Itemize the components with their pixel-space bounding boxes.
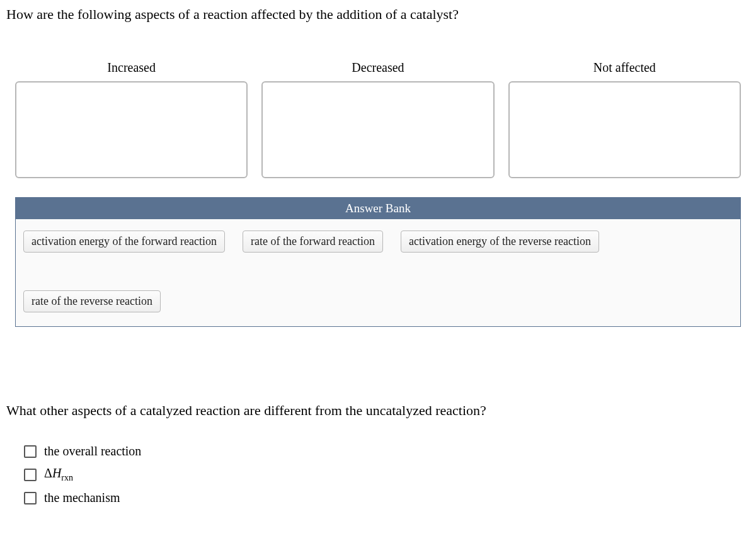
option-mechanism[interactable]: the mechanism (24, 491, 750, 505)
option-delta-h[interactable]: ΔHrxn (24, 466, 750, 483)
h-symbol: H (52, 466, 61, 480)
delta-symbol: Δ (44, 466, 52, 480)
category-row: Increased Decreased Not affected (15, 60, 741, 178)
option-label: the overall reaction (44, 444, 141, 458)
option-label: the mechanism (44, 491, 120, 505)
category-label-increased: Increased (107, 60, 156, 75)
checkbox-icon[interactable] (24, 469, 37, 481)
category-decreased: Decreased (261, 60, 494, 178)
dropzone-not-affected[interactable] (508, 81, 741, 178)
chip-rate-reverse[interactable]: rate of the reverse reaction (23, 290, 161, 312)
category-increased: Increased (15, 60, 248, 178)
dropzone-decreased[interactable] (261, 81, 494, 178)
category-not-affected: Not affected (508, 60, 741, 178)
checkbox-icon[interactable] (24, 445, 37, 458)
option-label: ΔHrxn (44, 466, 73, 483)
answer-bank-body: activation energy of the forward reactio… (16, 219, 740, 326)
category-label-not-affected: Not affected (593, 60, 656, 75)
chip-activation-reverse[interactable]: activation energy of the reverse reactio… (401, 231, 599, 253)
option-overall-reaction[interactable]: the overall reaction (24, 444, 750, 458)
options-list: the overall reaction ΔHrxn the mechanism (24, 444, 750, 505)
question-1-text: How are the following aspects of a react… (6, 6, 750, 23)
question-2-text: What other aspects of a catalyzed reacti… (6, 402, 750, 419)
answer-bank: Answer Bank activation energy of the for… (15, 197, 741, 327)
rxn-subscript: rxn (61, 473, 73, 482)
chip-rate-forward[interactable]: rate of the forward reaction (243, 231, 383, 253)
checkbox-icon[interactable] (24, 492, 37, 504)
category-label-decreased: Decreased (352, 60, 404, 75)
answer-bank-title: Answer Bank (16, 198, 740, 219)
dropzone-increased[interactable] (15, 81, 248, 178)
chip-activation-forward[interactable]: activation energy of the forward reactio… (23, 231, 225, 253)
